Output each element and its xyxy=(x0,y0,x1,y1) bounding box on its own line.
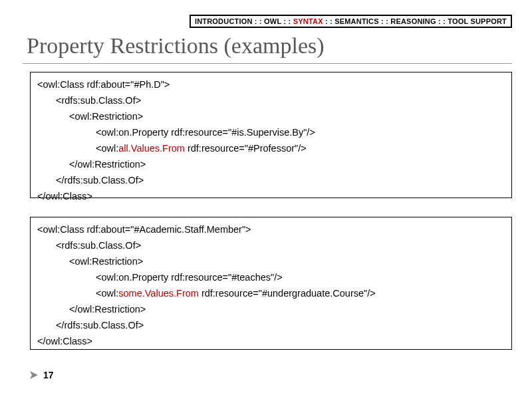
nav-item: INTRODUCTION xyxy=(195,17,253,25)
code-line: </owl:Class> xyxy=(37,188,505,204)
code-line: </rdfs:sub.Class.Of> xyxy=(37,172,505,188)
page-title: Property Restrictions (examples) xyxy=(27,33,325,59)
code-line: <owl:all.Values.From rdf:resource="#Prof… xyxy=(37,140,505,156)
code-line: </owl:Restriction> xyxy=(37,301,505,317)
arrow-right-icon xyxy=(30,371,39,379)
nav-sep: : : xyxy=(323,17,335,25)
code-example-2: <owl:Class rdf:about="#Academic.Staff.Me… xyxy=(30,217,512,350)
nav-item: REASONING xyxy=(390,17,436,25)
keyword-allvaluesfrom: all.Values.From xyxy=(118,143,185,154)
nav-item: OWL xyxy=(264,17,281,25)
code-line: <owl:on.Property rdf:resource="#is.Super… xyxy=(37,124,505,140)
code-line: <owl:Class rdf:about="#Academic.Staff.Me… xyxy=(37,221,505,237)
nav-sep: : : xyxy=(281,17,293,25)
title-divider xyxy=(23,63,512,64)
page-number: 17 xyxy=(43,370,54,380)
code-line: <rdfs:sub.Class.Of> xyxy=(37,92,505,108)
code-line: <rdfs:sub.Class.Of> xyxy=(37,237,505,253)
nav-sep: : : xyxy=(379,17,391,25)
nav-sep: : : xyxy=(253,17,265,25)
code-line: </owl:Restriction> xyxy=(37,156,505,172)
code-line: <owl:some.Values.From rdf:resource="#und… xyxy=(37,285,505,301)
nav-item: TOOL SUPPORT xyxy=(448,17,507,25)
code-line: <owl:on.Property rdf:resource="#teaches"… xyxy=(37,269,505,285)
code-line: <owl:Class rdf:about="#Ph.D"> xyxy=(37,76,505,92)
code-line: </owl:Class> xyxy=(37,333,505,349)
breadcrumb-nav: INTRODUCTION : : OWL : : SYNTAX : : SEMA… xyxy=(190,15,512,28)
keyword-somevaluesfrom: some.Values.From xyxy=(118,288,199,299)
code-line: <owl:Restriction> xyxy=(37,253,505,269)
nav-item: SYNTAX xyxy=(293,17,323,25)
nav-sep: : : xyxy=(436,17,448,25)
nav-item: SEMANTICS xyxy=(334,17,379,25)
code-line: </rdfs:sub.Class.Of> xyxy=(37,317,505,333)
svg-marker-0 xyxy=(30,371,38,379)
code-example-1: <owl:Class rdf:about="#Ph.D"> <rdfs:sub.… xyxy=(30,72,512,198)
code-line: <owl:Restriction> xyxy=(37,108,505,124)
page-footer: 17 xyxy=(30,370,54,380)
